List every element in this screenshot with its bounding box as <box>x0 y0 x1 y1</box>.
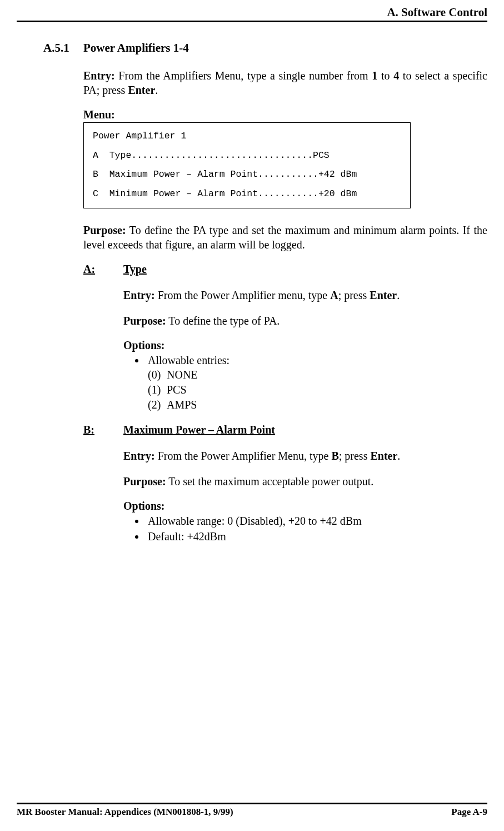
options-list: Allowable range: 0 (Disabled), +20 to +4… <box>123 514 487 544</box>
sub-heading-a: A: Type <box>83 263 487 276</box>
options-label: Options: <box>123 500 487 512</box>
sub-key: B: <box>83 424 123 436</box>
footer-right: Page A-9 <box>451 807 487 818</box>
list-item: Allowable entries: (0)NONE (1)PCS (2)AMP… <box>146 353 487 412</box>
section-title: Power Amplifiers 1-4 <box>83 41 189 55</box>
options-label: Options: <box>123 339 487 352</box>
purpose-paragraph: Purpose: To define the PA type and set t… <box>83 223 487 252</box>
sub-b-purpose: Purpose: To set the maximum acceptable p… <box>123 474 487 489</box>
page-header: A. Software Control <box>17 6 487 22</box>
sub-title: Type <box>123 263 147 276</box>
sub-a-purpose: Purpose: To define the type of PA. <box>123 314 487 328</box>
sub-title: Maximum Power – Alarm Point <box>123 424 275 436</box>
sub-heading-b: B: Maximum Power – Alarm Point <box>83 424 487 436</box>
sub-b-entry: Entry: From the Power Amplifier Menu, ty… <box>123 449 487 463</box>
enum-list: (0)NONE (1)PCS (2)AMPS <box>148 367 487 412</box>
section-number: A.5.1 <box>43 41 83 55</box>
menu-label: Menu: <box>83 108 487 121</box>
list-item: Allowable range: 0 (Disabled), +20 to +4… <box>146 514 487 528</box>
footer-left: MR Booster Manual: Appendices (MN001808-… <box>17 807 233 818</box>
sub-key: A: <box>83 263 123 276</box>
purpose-label: Purpose: <box>83 224 126 236</box>
sub-a-entry: Entry: From the Power Amplifier menu, ty… <box>123 288 487 302</box>
menu-line: Power Amplifier 1 <box>93 131 401 142</box>
section-heading: A.5.1 Power Amplifiers 1-4 <box>43 41 487 55</box>
list-item: Default: +42dBm <box>146 529 487 544</box>
entry-paragraph: Entry: From the Amplifiers Menu, type a … <box>83 68 487 97</box>
menu-line: B Maximum Power – Alarm Point...........… <box>93 169 401 181</box>
options-list: Allowable entries: (0)NONE (1)PCS (2)AMP… <box>123 353 487 412</box>
header-title: A. Software Control <box>387 6 487 19</box>
menu-line: A Type.................................P… <box>93 150 401 162</box>
entry-label: Entry: <box>83 69 115 82</box>
menu-line: C Minimum Power – Alarm Point...........… <box>93 188 401 200</box>
menu-box: Power Amplifier 1 A Type................… <box>83 122 411 208</box>
page-footer: MR Booster Manual: Appendices (MN001808-… <box>17 803 487 818</box>
